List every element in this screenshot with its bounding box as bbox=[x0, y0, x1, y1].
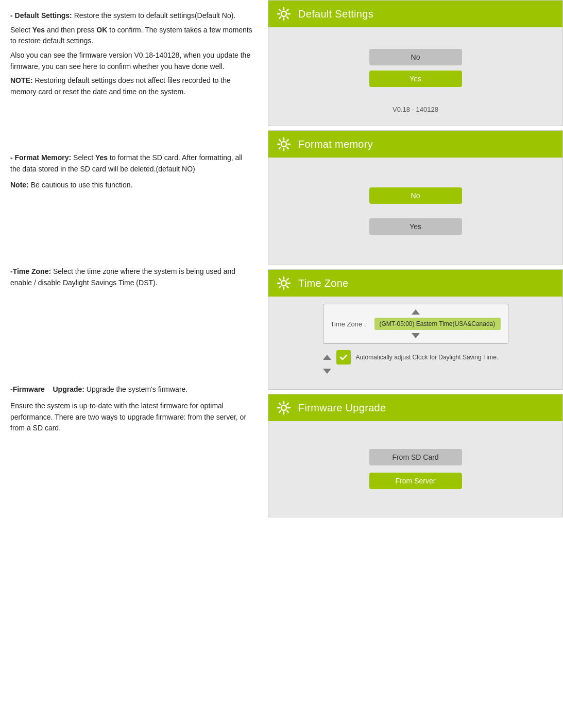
dst-label: Automatically adjust Clock for Daylight … bbox=[356, 354, 508, 361]
time-zone-header-title: Time Zone bbox=[298, 278, 349, 289]
tz-arrow-down[interactable] bbox=[412, 333, 420, 338]
dst-arrow-down[interactable] bbox=[323, 369, 331, 374]
format-memory-text: - Format Memory: Select Yes to format th… bbox=[10, 152, 252, 194]
firmware-upgrade-body: From SD Card From Server bbox=[268, 421, 562, 517]
default-settings-p3: Also you can see the firmware version V0… bbox=[10, 50, 252, 72]
firmware-upgrade-header: Firmware Upgrade bbox=[268, 394, 562, 421]
format-memory-panel: Format memory No Yes bbox=[268, 130, 563, 265]
dst-arrow-up[interactable] bbox=[323, 355, 331, 360]
svg-point-0 bbox=[281, 11, 286, 16]
default-settings-p2: Select Yes and then press OK to confirm.… bbox=[10, 25, 252, 47]
default-settings-note: NOTE: Restoring default settings does no… bbox=[10, 75, 252, 97]
firmware-upgrade-p2: Ensure the system is up-to-date with the… bbox=[10, 401, 252, 434]
tz-arrow-up[interactable] bbox=[412, 309, 420, 315]
dst-arrows bbox=[323, 355, 331, 360]
format-memory-yes-button[interactable]: Yes bbox=[369, 218, 462, 235]
default-settings-text: - Default Settings: Restore the system t… bbox=[10, 10, 252, 101]
gear-icon-format bbox=[276, 136, 292, 152]
time-zone-panel: Time Zone Time Zone : (GMT-05:00) Easter… bbox=[268, 269, 563, 390]
firmware-upgrade-header-title: Firmware Upgrade bbox=[298, 402, 386, 414]
format-memory-note: Note: Be cautious to use this function. bbox=[10, 180, 252, 191]
format-memory-body: No Yes bbox=[268, 158, 562, 265]
firmware-upgrade-title: -Firmware Upgrade: bbox=[10, 385, 84, 393]
firmware-upgrade-text: -Firmware Upgrade: Upgrade the system's … bbox=[10, 384, 252, 437]
firmware-version: V0.18 - 140128 bbox=[393, 106, 438, 113]
tz-label: Time Zone : bbox=[331, 320, 369, 328]
default-settings-yes-button[interactable]: Yes bbox=[369, 71, 462, 87]
gear-icon-timezone bbox=[276, 275, 292, 291]
format-memory-no-button[interactable]: No bbox=[369, 187, 462, 204]
default-settings-panel: Default Settings No Yes V0.18 - 140128 bbox=[268, 0, 563, 126]
default-settings-title: - Default Settings: bbox=[10, 11, 72, 20]
format-memory-header-title: Format memory bbox=[298, 138, 373, 150]
gear-icon-default bbox=[276, 6, 292, 22]
gear-icon-firmware bbox=[276, 400, 292, 416]
default-settings-header: Default Settings bbox=[268, 1, 562, 27]
tz-row: Time Zone : (GMT-05:00) Eastern Time(USA… bbox=[331, 318, 501, 330]
format-memory-header: Format memory bbox=[268, 131, 562, 158]
time-zone-selector-box: Time Zone : (GMT-05:00) Eastern Time(USA… bbox=[323, 304, 508, 344]
svg-point-1 bbox=[281, 142, 286, 147]
svg-point-3 bbox=[281, 405, 286, 410]
default-settings-header-title: Default Settings bbox=[298, 8, 373, 20]
dst-checkbox[interactable] bbox=[336, 350, 351, 365]
time-zone-text: -Time Zone: Select the time zone where t… bbox=[10, 266, 252, 291]
default-settings-body: No Yes V0.18 - 140128 bbox=[268, 27, 562, 126]
firmware-upgrade-desc: Upgrade the system's firmware. bbox=[84, 385, 187, 393]
firmware-upgrade-panel: Firmware Upgrade From SD Card From Serve… bbox=[268, 394, 563, 517]
dst-row: Automatically adjust Clock for Daylight … bbox=[323, 350, 508, 365]
default-settings-no-button[interactable]: No bbox=[369, 49, 462, 65]
tz-value[interactable]: (GMT-05:00) Eastern Time(USA&Canada) bbox=[374, 318, 501, 330]
firmware-from-server-button[interactable]: From Server bbox=[369, 473, 462, 489]
format-memory-title: - Format Memory: bbox=[10, 153, 71, 162]
default-settings-desc: Restore the system to default settings(D… bbox=[72, 11, 235, 20]
svg-point-2 bbox=[281, 281, 286, 286]
firmware-from-sd-button[interactable]: From SD Card bbox=[369, 449, 462, 465]
time-zone-body: Time Zone : (GMT-05:00) Eastern Time(USA… bbox=[268, 297, 562, 389]
time-zone-header: Time Zone bbox=[268, 270, 562, 297]
time-zone-title: -Time Zone: bbox=[10, 267, 51, 275]
